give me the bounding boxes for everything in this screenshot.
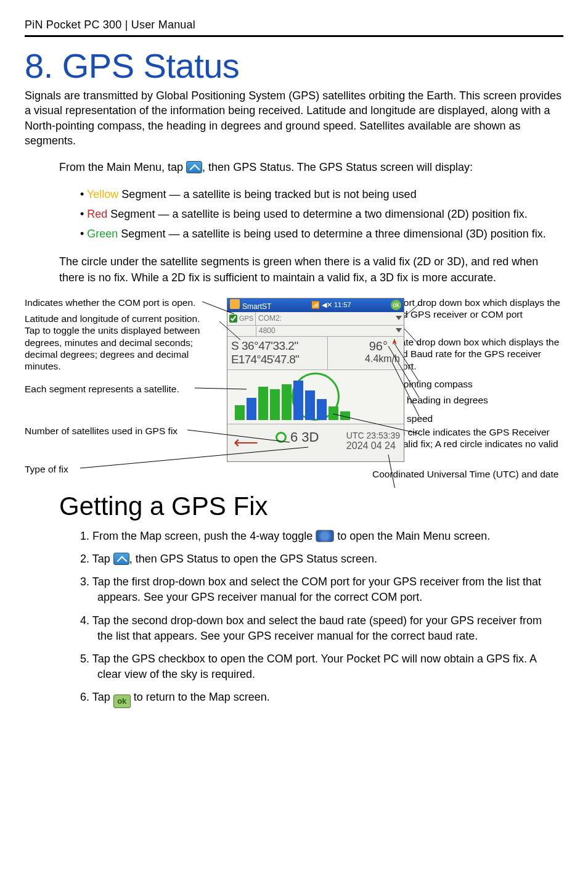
red-word: Red: [87, 208, 107, 220]
step-2a: 2. Tap: [80, 553, 113, 565]
step-1: 1. From the Map screen, push the 4-way t…: [80, 529, 563, 544]
gps-checkbox-label: GPS: [239, 315, 253, 322]
subtitle-getting-fix: Getting a GPS Fix: [59, 492, 563, 521]
circle-note: The circle under the satellite segments …: [59, 254, 563, 286]
app-name: SmartST: [242, 302, 271, 311]
com-port-dropdown[interactable]: COM2:: [256, 312, 404, 325]
label-fixtype: Type of fix: [25, 463, 68, 475]
gps-checkbox-input[interactable]: [229, 315, 237, 323]
label-numsat: Number of satellites used in GPS fix: [25, 425, 178, 437]
compass-icon: [389, 338, 400, 349]
step-4: 4. Tap the second drop-down box and sele…: [80, 613, 563, 644]
fix-count: 6: [290, 429, 298, 445]
step-2: 2. Tap , then GPS Status to open the GPS…: [80, 551, 563, 567]
svg-marker-0: [392, 339, 396, 345]
coords-panel[interactable]: S 36°47'33.2" E174°45'47.8" 96° 4.4km/h: [227, 337, 404, 370]
ok-button-icon: ok: [113, 695, 131, 708]
label-com-open: Indicates whether the COM port is open.: [25, 297, 195, 308]
step-1b: to open the Main Menu screen.: [337, 530, 490, 542]
steps-list: 1. From the Map screen, push the 4-way t…: [80, 529, 563, 709]
step-6a: 6. Tap: [80, 691, 113, 703]
page-header: PiN Pocket PC 300 | User Manual: [25, 19, 563, 37]
step-3-cont: appears. See your GPS receiver manual fo…: [97, 590, 563, 605]
label-segment: Each segment represents a satellite.: [25, 383, 179, 395]
chapter-title: 8. GPS Status: [25, 46, 563, 86]
bullet-red: • Red Segment — a satellite is being use…: [80, 206, 563, 222]
step-3: 3. Tap the first drop-down box and selec…: [80, 574, 563, 605]
longitude-value: E174°45'47.8": [231, 353, 326, 366]
label-utc: Coordinated Universal Time (UTC) and dat…: [372, 468, 558, 480]
baud-rate-dropdown[interactable]: 4800: [256, 326, 404, 336]
toggle-icon: [316, 530, 334, 542]
baud-rate-value: 4800: [259, 326, 276, 335]
step-6b: to return to the Map screen.: [131, 691, 270, 703]
lead-post: , then GPS Status. The GPS Status screen…: [202, 161, 473, 173]
gps-status-screenshot: SmartST 📶 ◀✕ 11:57 ok GPS COM2: 4800 S 3…: [227, 298, 404, 462]
back-arrow-icon[interactable]: ⟵: [234, 432, 258, 453]
green-rest: Segment — a satellite is being used to d…: [118, 228, 545, 240]
label-latlon: Latitude and longitude of current positi…: [25, 313, 216, 373]
step-5-cont: clear view of the sky is required.: [97, 667, 563, 682]
speed-value: 4.4km/h: [329, 353, 402, 365]
lead-line: From the Main Menu, tap , then GPS Statu…: [59, 159, 563, 175]
satellite-panel: [227, 370, 404, 424]
yellow-word: Yellow: [87, 188, 118, 200]
step-1a: 1. From the Map screen, push the 4-way t…: [80, 530, 316, 542]
lead-pre: From the Main Menu, tap: [59, 161, 186, 173]
gps-checkbox[interactable]: GPS: [227, 312, 256, 325]
intro-paragraph: Signals are transmitted by Global Positi…: [25, 88, 563, 148]
yellow-rest: Segment — a satellite is being tracked b…: [118, 188, 416, 200]
step-4-text: 4. Tap the second drop-down box and sele…: [80, 614, 542, 627]
step-5: 5. Tap the GPS checkbox to open the COM …: [80, 651, 563, 682]
step-3-text: 3. Tap the first drop-down box and selec…: [80, 575, 541, 588]
step-2b: , then GPS Status to open the GPS Status…: [129, 553, 377, 565]
app-icon: [230, 299, 240, 309]
utc-date: 2024 04 24: [346, 440, 400, 451]
signal-time: 📶 ◀✕ 11:57: [311, 301, 351, 309]
step-5-text: 5. Tap the GPS checkbox to open the COM …: [80, 653, 537, 665]
latitude-value: S 36°47'33.2": [231, 339, 326, 353]
step-6: 6. Tap ok to return to the Map screen.: [80, 690, 563, 708]
satellite-bars: [235, 381, 350, 420]
step-4-cont: the list that appears. See your GPS rece…: [97, 629, 563, 644]
com-port-value: COM2:: [258, 314, 282, 323]
red-rest: Segment — a satellite is being used to d…: [107, 208, 527, 220]
ok-circle-icon[interactable]: ok: [391, 300, 401, 310]
diagram-area: Indicates whether the COM port is open. …: [25, 297, 563, 488]
bullet-yellow: • Yellow Segment — a satellite is being …: [80, 186, 563, 202]
fix-indicator-icon: [276, 432, 287, 443]
maps-icon: [186, 161, 202, 173]
ss-titlebar: SmartST 📶 ◀✕ 11:57 ok: [227, 299, 404, 312]
utc-time: UTC 23:53:39: [346, 431, 400, 440]
fix-type: 3D: [301, 429, 319, 445]
chevron-down-icon: [396, 328, 402, 332]
bullet-green: • Green Segment — a satellite is being u…: [80, 226, 563, 242]
green-word: Green: [87, 228, 118, 240]
maps-icon: [113, 553, 129, 565]
clock-time: 11:57: [334, 301, 351, 308]
bottom-panel: ⟵ 6 3D UTC 23:53:39 2024 04 24: [227, 424, 404, 459]
chevron-down-icon: [396, 316, 402, 320]
